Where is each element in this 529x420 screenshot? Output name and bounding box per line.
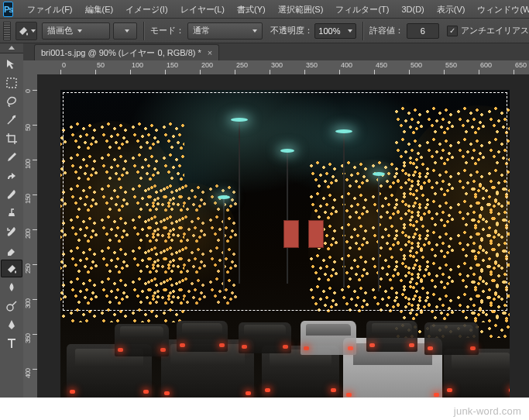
move-tool[interactable] bbox=[1, 55, 22, 73]
menu-view[interactable]: 表示(V) bbox=[431, 0, 472, 19]
menu-filter[interactable]: フィルター(T) bbox=[329, 0, 395, 19]
svg-rect-0 bbox=[7, 78, 16, 88]
document-tab[interactable]: bri001-s.jpg @ 90% (レイヤー 0, RGB/8) * × bbox=[34, 44, 219, 60]
photoshop-window: Ps ファイル(F) 編集(E) イメージ(I) レイヤー(L) 書式(Y) 選… bbox=[0, 0, 529, 398]
history-brush-tool-icon bbox=[5, 225, 18, 238]
fill-source-value: 描画色 bbox=[47, 25, 73, 36]
watermark: junk-word.com bbox=[454, 405, 521, 417]
pen-tool[interactable] bbox=[1, 315, 22, 333]
paint-bucket-icon bbox=[17, 25, 29, 37]
paint-bucket-tool-icon bbox=[5, 263, 18, 275]
clone-stamp-tool[interactable] bbox=[1, 204, 22, 222]
ruler-horizontal[interactable]: 050100150200250300350400450500550600650 bbox=[37, 60, 529, 75]
blend-mode-value: 通常 bbox=[193, 25, 210, 36]
type-tool-icon bbox=[5, 337, 18, 349]
blend-mode-dropdown[interactable]: 通常 bbox=[187, 22, 263, 40]
lasso-tool[interactable] bbox=[1, 92, 22, 110]
menu-file[interactable]: ファイル(F) bbox=[21, 0, 78, 19]
lasso-tool-icon bbox=[5, 95, 18, 108]
history-brush-tool[interactable] bbox=[1, 222, 22, 240]
document-canvas[interactable] bbox=[60, 90, 510, 398]
magic-wand-tool-icon bbox=[5, 114, 18, 126]
menu-type[interactable]: 書式(Y) bbox=[231, 0, 272, 19]
image-content bbox=[60, 90, 510, 398]
svg-point-1 bbox=[7, 305, 13, 311]
eraser-tool-icon bbox=[5, 244, 18, 256]
ruler-origin[interactable] bbox=[23, 60, 38, 75]
canvas-viewport[interactable] bbox=[37, 74, 529, 398]
marquee-tool-icon bbox=[5, 77, 18, 89]
opacity-value: 100% bbox=[318, 26, 340, 36]
tolerance-label: 許容値： bbox=[369, 25, 404, 36]
menu-layer[interactable]: レイヤー(L) bbox=[174, 0, 231, 19]
optionsbar-grip[interactable] bbox=[3, 22, 11, 40]
opacity-field[interactable]: 100% bbox=[314, 23, 356, 39]
pen-tool-icon bbox=[5, 318, 18, 331]
spot-heal-tool[interactable] bbox=[1, 167, 22, 184]
app-logo: Ps bbox=[3, 2, 13, 17]
spot-heal-tool-icon bbox=[5, 170, 18, 182]
work-area: 050100150200250300350400450500550600650 … bbox=[23, 60, 529, 398]
magic-wand-tool[interactable] bbox=[1, 111, 22, 129]
current-tool-indicator[interactable] bbox=[15, 22, 38, 40]
crop-tool[interactable] bbox=[1, 129, 22, 147]
paint-bucket-tool[interactable] bbox=[1, 260, 22, 277]
menu-image[interactable]: イメージ(I) bbox=[119, 0, 173, 19]
tolerance-value: 6 bbox=[421, 26, 425, 36]
close-icon[interactable]: × bbox=[208, 48, 212, 57]
brush-tool[interactable] bbox=[1, 185, 22, 203]
ruler-vertical[interactable]: 050100150200250300350400 bbox=[23, 74, 38, 398]
eraser-tool[interactable] bbox=[1, 241, 22, 259]
menu-window[interactable]: ウィンドウ(W bbox=[471, 0, 529, 19]
fill-source-dropdown[interactable]: 描画色 bbox=[42, 22, 110, 40]
blur-tool-icon bbox=[5, 281, 18, 294]
document-tab-title: bri001-s.jpg @ 90% (レイヤー 0, RGB/8) * bbox=[41, 47, 201, 59]
antialias-label: アンチエイリアス bbox=[461, 25, 529, 36]
dodge-tool[interactable] bbox=[1, 297, 22, 315]
eyedropper-tool[interactable] bbox=[1, 148, 22, 166]
menu-edit[interactable]: 編集(E) bbox=[79, 0, 120, 19]
marquee-tool[interactable] bbox=[1, 74, 22, 91]
document-tabbar: bri001-s.jpg @ 90% (レイヤー 0, RGB/8) * × bbox=[23, 43, 529, 61]
tools-panel bbox=[0, 43, 24, 398]
antialias-checkbox[interactable]: アンチエイリアス bbox=[447, 25, 529, 36]
move-tool-icon bbox=[5, 58, 18, 71]
opacity-label: 不透明度： bbox=[270, 25, 313, 36]
tolerance-field[interactable]: 6 bbox=[407, 23, 439, 39]
clone-stamp-tool-icon bbox=[5, 207, 18, 219]
type-tool[interactable] bbox=[1, 334, 22, 352]
tools-panel-expand[interactable] bbox=[0, 43, 23, 53]
blur-tool[interactable] bbox=[1, 278, 22, 296]
crop-tool-icon bbox=[5, 133, 18, 145]
menu-3d[interactable]: 3D(D) bbox=[395, 0, 430, 19]
checkbox-icon bbox=[447, 26, 458, 36]
eyedropper-tool-icon bbox=[5, 151, 18, 164]
dodge-tool-icon bbox=[5, 300, 18, 312]
brush-tool-icon bbox=[5, 188, 18, 201]
blend-mode-label: モード： bbox=[150, 25, 184, 36]
app-menubar: Ps ファイル(F) 編集(E) イメージ(I) レイヤー(L) 書式(Y) 選… bbox=[0, 0, 529, 19]
menu-select[interactable]: 選択範囲(S) bbox=[272, 0, 330, 19]
tool-options-bar: 描画色 モード： 通常 不透明度： 100% 許容値： 6 アンチエイリアス bbox=[0, 19, 529, 43]
pattern-picker[interactable] bbox=[113, 22, 137, 40]
